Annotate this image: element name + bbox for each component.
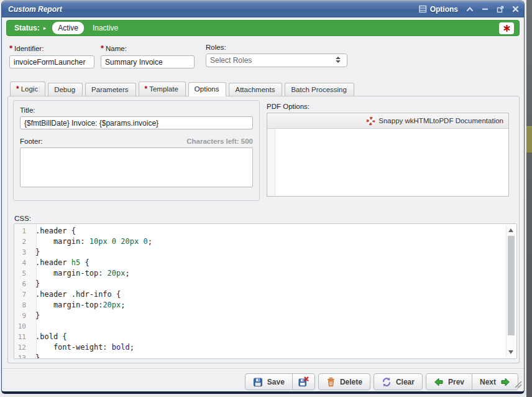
status-inactive-button[interactable]: Inactive bbox=[93, 24, 118, 32]
code-line: 1.header { bbox=[14, 226, 516, 236]
code-line: 7.header .hdr-info { bbox=[14, 289, 516, 300]
code-text: .header .hdr-info { bbox=[32, 289, 121, 300]
status-label: Status: bbox=[14, 24, 40, 32]
prev-label: Prev bbox=[448, 378, 464, 386]
line-number: 12 bbox=[14, 342, 32, 353]
toolbar-separator bbox=[2, 368, 524, 369]
clear-button[interactable]: Clear bbox=[374, 373, 423, 390]
tab-debug[interactable]: Debug bbox=[48, 83, 83, 96]
tab-label: Attachments bbox=[235, 86, 275, 93]
save-button[interactable]: Save bbox=[245, 373, 293, 390]
identifier-label: Identifier: bbox=[14, 45, 44, 52]
code-text: .bold { bbox=[32, 332, 67, 342]
next-label: Next bbox=[480, 378, 496, 386]
tab-label: Debug bbox=[54, 86, 75, 93]
status-active-button[interactable]: Active bbox=[52, 22, 84, 34]
scroll-down-arrow-icon[interactable] bbox=[508, 350, 513, 354]
dialog-title: Custom Report bbox=[8, 5, 62, 14]
name-input[interactable] bbox=[101, 55, 195, 68]
background-window-edge bbox=[526, 0, 532, 397]
line-number: 1 bbox=[14, 226, 32, 236]
pdf-options-panel: Snappy wkHTMLtoPDF Documentation bbox=[267, 113, 509, 197]
nav-button-group: Prev Next bbox=[426, 373, 518, 390]
roles-selected-value: Select Roles bbox=[210, 56, 252, 65]
css-code-editor[interactable]: 1.header {2 margin: 10px 0 20px 0;3}4.he… bbox=[14, 223, 517, 359]
code-text: margin-top: 20px; bbox=[32, 268, 130, 279]
required-fields-indicator-button[interactable] bbox=[499, 22, 514, 34]
title-input[interactable] bbox=[20, 116, 253, 129]
title-footer-group: Title: Footer: Characters left: 500 bbox=[13, 100, 260, 201]
arrow-left-icon bbox=[434, 378, 444, 386]
css-label: CSS: bbox=[14, 215, 31, 222]
line-number: 11 bbox=[14, 332, 32, 342]
save-icon bbox=[253, 377, 263, 387]
options-menu-label: Options bbox=[430, 5, 458, 14]
identifier-input[interactable] bbox=[9, 55, 94, 68]
tab-area: *LogicDebugParameters*TemplateOptionsAtt… bbox=[7, 80, 520, 363]
trash-icon bbox=[326, 377, 336, 387]
line-number: 7 bbox=[14, 289, 32, 300]
code-line: 11.bold { bbox=[14, 332, 516, 342]
tab-template[interactable]: *Template bbox=[139, 82, 186, 96]
tab-attachments[interactable]: Attachments bbox=[229, 83, 282, 96]
prev-button[interactable]: Prev bbox=[426, 373, 472, 390]
scrollbar-thumb[interactable] bbox=[508, 236, 515, 335]
line-number: 6 bbox=[14, 279, 32, 289]
options-menu-button[interactable]: Options bbox=[419, 5, 458, 14]
lifebuoy-icon bbox=[366, 116, 375, 126]
line-number: 9 bbox=[14, 311, 32, 321]
code-line: 3} bbox=[14, 247, 516, 258]
code-text: margin-top:20px; bbox=[32, 300, 126, 311]
save-button-group: Save bbox=[245, 373, 315, 390]
select-spinner-icon bbox=[336, 57, 341, 63]
tab-options[interactable]: Options bbox=[188, 82, 227, 96]
scroll-up-arrow-icon[interactable] bbox=[508, 228, 513, 232]
dialog-titlebar[interactable]: Custom Report Options bbox=[2, 1, 524, 17]
editor-scrollbar[interactable] bbox=[506, 225, 515, 357]
footer-textarea[interactable] bbox=[20, 147, 253, 187]
code-text: } bbox=[32, 279, 40, 289]
code-line: 12 font-weight: bold; bbox=[14, 342, 516, 353]
close-icon[interactable] bbox=[512, 6, 519, 12]
identifier-field-group: *Identifier: bbox=[9, 44, 94, 68]
tab-strip: *LogicDebugParameters*TemplateOptionsAtt… bbox=[7, 80, 520, 96]
delete-button[interactable]: Delete bbox=[318, 373, 370, 390]
pdf-editor-gutter bbox=[267, 129, 275, 196]
css-code-lines: 1.header {2 margin: 10px 0 20px 0;3}4.he… bbox=[14, 224, 516, 359]
delete-label: Delete bbox=[340, 378, 362, 386]
popout-button[interactable] bbox=[497, 6, 504, 13]
collapse-button[interactable] bbox=[466, 6, 474, 12]
next-button[interactable]: Next bbox=[472, 373, 518, 390]
save-label: Save bbox=[267, 378, 285, 386]
titlebar-controls: Options bbox=[419, 5, 519, 14]
roles-select[interactable]: Select Roles bbox=[206, 54, 347, 67]
code-text: .header h5 { bbox=[32, 258, 89, 268]
arrow-right-icon bbox=[500, 378, 510, 386]
minimize-button[interactable] bbox=[482, 6, 488, 12]
line-number: 13 bbox=[14, 353, 32, 359]
roles-field-group: Roles: Select Roles bbox=[206, 44, 347, 67]
tab-logic[interactable]: *Logic bbox=[10, 82, 45, 96]
title-label: Title: bbox=[20, 106, 253, 114]
snappy-documentation-link[interactable]: Snappy wkHTMLtoPDF Documentation bbox=[378, 117, 503, 124]
footer-label: Footer: bbox=[20, 138, 42, 145]
save-and-close-button[interactable] bbox=[292, 373, 315, 390]
resize-handle[interactable] bbox=[513, 379, 522, 390]
line-number: 2 bbox=[14, 236, 32, 247]
code-line: 2 margin: 10px 0 20px 0; bbox=[14, 236, 516, 247]
asterisk-icon bbox=[503, 25, 510, 32]
code-text bbox=[32, 321, 35, 332]
required-icon: * bbox=[16, 85, 19, 93]
grid-icon bbox=[419, 5, 427, 13]
tab-parameters[interactable]: Parameters bbox=[85, 83, 135, 96]
line-number: 8 bbox=[14, 300, 32, 311]
code-line: 4.header h5 { bbox=[14, 258, 516, 268]
tab-batch-processing[interactable]: Batch Processing bbox=[285, 83, 354, 96]
characters-left-counter: Characters left: 500 bbox=[186, 138, 253, 145]
name-field-group: *Name: bbox=[101, 44, 195, 68]
code-line: 8 margin-top:20px; bbox=[14, 300, 516, 311]
pdf-options-editor[interactable] bbox=[267, 129, 508, 196]
line-number: 5 bbox=[14, 268, 32, 279]
code-line: 9} bbox=[14, 311, 516, 321]
background-scroll-marker bbox=[526, 126, 532, 153]
